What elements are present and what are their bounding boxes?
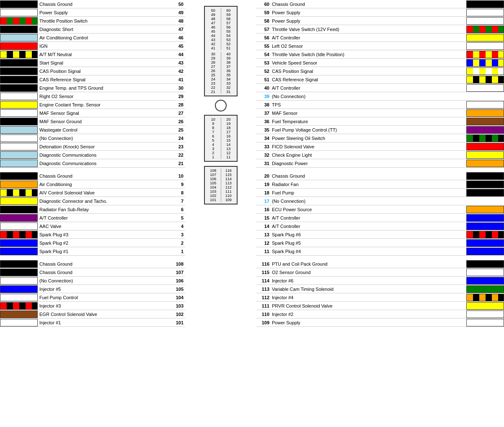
wire-color <box>466 260 504 268</box>
table-row: (No Connection) 106 <box>0 277 185 285</box>
table-row: 11 Spark Plug #4 <box>256 247 504 256</box>
table-row: CAS Reference Signal 41 <box>0 75 185 84</box>
signal-label: Right O2 Sensor <box>39 94 171 99</box>
pin-number: 55 <box>256 44 271 49</box>
wire-color <box>0 17 38 25</box>
pin-number: 16 <box>256 207 271 212</box>
pin-number: 28 <box>171 102 185 107</box>
pin-number: 58 <box>256 18 271 23</box>
wire-color <box>0 206 38 213</box>
table-row: Throttle Position Switch 48 <box>0 17 185 25</box>
signal-label: Power Steering Oil Switch <box>271 136 465 141</box>
wire-color <box>466 143 504 150</box>
wire-color <box>0 101 38 109</box>
signal-label: Injector #2 <box>271 312 465 317</box>
pin-number: 32 <box>256 153 271 158</box>
signal-label: A/T Controller <box>39 215 171 220</box>
table-row: 115 O2 Sensor Ground <box>256 268 504 277</box>
table-row: 35 Fuel Pump Voltage Control (TT) <box>256 126 504 134</box>
signal-label: O2 Sensor Ground <box>271 270 465 275</box>
signal-label: (No Connection) <box>271 94 465 99</box>
signal-label: Radiator Fan <box>271 182 465 187</box>
pin-number: 1 <box>171 249 185 254</box>
wire-color <box>0 189 38 197</box>
table-row: 36 Fuel Temperature <box>256 117 504 126</box>
center-panel: 50 49 48 47 46 45 44 43 42 41 60 59 58 5… <box>185 0 256 427</box>
table-row: 15 A/T Controller <box>256 214 504 222</box>
wire-color <box>0 248 38 255</box>
right-gap-2 <box>256 256 504 260</box>
pin-number: 26 <box>171 119 185 124</box>
left-mid-group: Chassis Ground 10 Air Conditioning 9 AIV… <box>0 172 185 256</box>
wire-color <box>0 231 38 238</box>
pin-number: 110 <box>256 312 271 317</box>
wire-color <box>0 59 38 67</box>
signal-label: Fuel Pump Control <box>39 295 171 300</box>
table-row: Injector #3 103 <box>0 302 185 310</box>
table-row: 113 Variable Cam Timing Solenoid <box>256 285 504 293</box>
pin-number: 34 <box>256 136 271 141</box>
table-row: IGN 45 <box>0 42 185 50</box>
left-bot-group: Chassis Ground 108 Chassis Ground 107 (N… <box>0 260 185 327</box>
signal-label: Throttle Valve Switch (Idle Position) <box>271 52 465 57</box>
wire-color <box>466 214 504 222</box>
table-row: Diagnostic Communications 22 <box>0 151 185 159</box>
table-row: 19 Radiator Fan <box>256 180 504 189</box>
table-row: Air Conditioning 9 <box>0 180 185 189</box>
pin-number: 35 <box>256 127 271 132</box>
wire-color <box>0 223 38 230</box>
right-gap-1 <box>256 168 504 172</box>
table-row: Engine Coolant Temp. Sensor 28 <box>0 101 185 109</box>
wire-color <box>466 189 504 197</box>
wire-color <box>466 231 504 238</box>
connector-pins-block2: 30 29 28 27 26 25 24 23 22 21 40 39 38 3… <box>206 52 236 94</box>
table-row: 110 Injector #2 <box>256 310 504 318</box>
table-row: 53 Vehicle Speed Sensor <box>256 59 504 67</box>
table-row: Injector #5 105 <box>0 285 185 293</box>
table-row: 17 (No Connection) <box>256 197 504 205</box>
signal-label: PRVR Control Solenoid Valve <box>271 303 465 308</box>
right-top-group: 60 Chassis Ground 59 Power Supply 58 Pow… <box>256 0 504 168</box>
table-row: 111 PRVR Control Solenoid Valve <box>256 302 504 310</box>
signal-label: Throttle Valve Switch (12V Feed) <box>271 27 465 32</box>
signal-label: MAF Sensor Ground <box>39 119 171 124</box>
table-row: 13 Spark Plug #6 <box>256 230 504 239</box>
signal-label: A/T Controller <box>271 85 465 91</box>
signal-label: Injector #3 <box>39 303 171 308</box>
pin-number: 107 <box>171 270 185 275</box>
signal-label: FICD Solenoid Valve <box>271 144 465 149</box>
signal-label: AIV Control Solenoid Valve <box>39 190 171 195</box>
signal-label: Chassis Ground <box>39 261 171 267</box>
signal-label: (No Connection) <box>271 199 465 204</box>
pin-number: 45 <box>171 44 185 49</box>
wire-color <box>466 269 504 276</box>
pin-number: 59 <box>256 10 271 15</box>
wire-color <box>466 319 504 326</box>
left-gap-2 <box>0 256 185 260</box>
wire-color <box>0 319 38 326</box>
pin-number: 108 <box>171 261 185 267</box>
pin-number: 18 <box>256 190 271 195</box>
signal-label: Start Signal <box>39 60 171 65</box>
signal-label: A/T M/T Neutral <box>39 52 171 57</box>
table-row: (No Connection) 24 <box>0 134 185 142</box>
wire-color <box>0 214 38 222</box>
pin-number: 106 <box>171 278 185 283</box>
wire-color <box>466 51 504 58</box>
wire-color <box>466 93 504 100</box>
signal-label: Chassis Ground <box>271 173 465 179</box>
wire-color <box>466 197 504 205</box>
pin-number: 5 <box>171 215 185 220</box>
signal-label: MAF Sensor <box>271 111 465 116</box>
wire-color <box>0 285 38 293</box>
table-row: 39 (No Connection) <box>256 92 504 101</box>
pin-number: 10 <box>171 173 185 179</box>
wire-color <box>466 42 504 50</box>
wire-color <box>466 26 504 33</box>
table-row: 59 Power Supply <box>256 8 504 17</box>
pin-number: 47 <box>171 27 185 32</box>
table-row: Chassis Ground 107 <box>0 268 185 277</box>
connector-top: 50 49 48 47 46 45 44 43 42 41 60 59 58 5… <box>204 6 238 96</box>
signal-label: Fuel Pump <box>271 190 465 195</box>
signal-label: Chassis Ground <box>39 270 171 275</box>
